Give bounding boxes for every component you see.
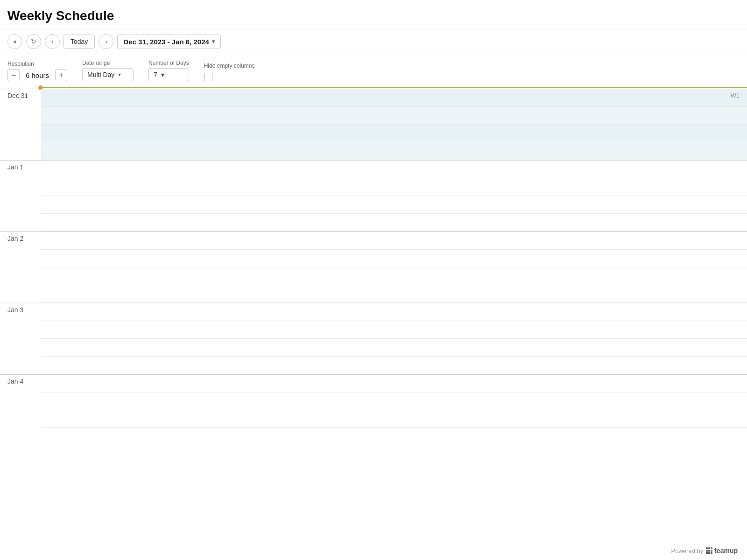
num-days-dropdown[interactable]: 7 ▾ (148, 68, 189, 81)
page-title: Weekly Schedule (7, 8, 740, 23)
time-slot[interactable] (41, 161, 747, 178)
controls-bar: Resolution − 6 hours + Date range Multi … (0, 54, 747, 87)
date-range-label: Date range (82, 60, 134, 66)
next-button[interactable]: › (99, 34, 113, 49)
time-slot[interactable] (41, 250, 747, 267)
time-slot[interactable] (41, 232, 747, 250)
week-label-w1: W1 (731, 92, 740, 99)
chevron-down-icon: ▾ (118, 71, 121, 78)
day-label-jan4: Jan 4 (7, 378, 23, 385)
time-slot[interactable] (41, 142, 747, 160)
day-label-dec31: Dec 31 (7, 92, 28, 99)
time-slot[interactable] (41, 125, 747, 142)
day-row-dec31: Dec 31 W1 (0, 89, 747, 160)
brand-name: teamup (714, 547, 738, 554)
time-slot[interactable] (41, 339, 747, 357)
refresh-icon: ↻ (31, 38, 36, 45)
day-row-jan4: Jan 4 (0, 374, 747, 428)
resolution-group: Resolution − 6 hours + (7, 61, 67, 81)
time-slot[interactable] (41, 107, 747, 125)
time-slot[interactable] (41, 375, 747, 392)
time-slot[interactable] (41, 178, 747, 196)
teamup-logo: teamup (706, 547, 738, 554)
day-label-jan1: Jan 1 (7, 163, 23, 171)
current-time-line (41, 87, 747, 88)
day-slots-jan3 (41, 303, 747, 374)
chevron-right-icon: › (105, 38, 107, 45)
hide-empty-label: Hide empty columns (204, 63, 255, 69)
chevron-down-icon: ▾ (161, 71, 164, 78)
time-slot[interactable] (41, 303, 747, 321)
day-row-jan1: Jan 1 (0, 160, 747, 231)
day-slots-dec31 (41, 89, 747, 160)
footer: Powered by teamup (671, 547, 738, 554)
time-slot[interactable] (41, 196, 747, 214)
time-slot[interactable] (41, 357, 747, 374)
date-range-value: Multi Day (87, 71, 114, 78)
chevron-left-icon: ‹ (51, 38, 54, 45)
prev-button[interactable]: ‹ (45, 34, 60, 49)
hide-empty-checkbox-wrapper (204, 73, 255, 81)
resolution-increase-button[interactable]: + (55, 69, 67, 81)
num-days-group: Number of Days 7 ▾ (148, 60, 189, 81)
date-range-dropdown[interactable]: Multi Day ▾ (82, 68, 134, 81)
resolution-value: 6 hours (23, 71, 51, 79)
day-row-jan2: Jan 2 (0, 231, 747, 303)
page-header: Weekly Schedule (0, 0, 747, 29)
time-slot[interactable] (41, 214, 747, 231)
logo-grid-icon (706, 547, 712, 554)
date-range-text: Dec 31, 2023 - Jan 6, 2024 (123, 38, 209, 46)
day-slots-jan4 (41, 375, 747, 428)
resolution-label: Resolution (7, 61, 67, 67)
time-slot[interactable] (41, 410, 747, 428)
num-days-value: 7 (154, 71, 157, 78)
resolution-control: − 6 hours + (7, 69, 67, 81)
day-label-jan3: Jan 3 (7, 306, 23, 314)
hide-empty-group: Hide empty columns (204, 63, 255, 81)
date-range-group: Date range Multi Day ▾ (82, 60, 134, 81)
day-row-jan3: Jan 3 (0, 303, 747, 374)
hide-empty-checkbox[interactable] (204, 73, 212, 81)
time-slot[interactable] (41, 267, 747, 285)
schedule-grid: Dec 31 W1 Jan 1 Jan 2 Jan 3 (0, 87, 747, 428)
time-slot[interactable] (41, 392, 747, 410)
num-days-label: Number of Days (148, 60, 189, 66)
day-label-jan2: Jan 2 (7, 235, 23, 242)
powered-by-text: Powered by (671, 547, 704, 554)
chevron-down-icon: ▾ (212, 38, 215, 45)
date-range-picker[interactable]: Dec 31, 2023 - Jan 6, 2024 ▾ (117, 35, 220, 49)
day-slots-jan1 (41, 161, 747, 231)
today-button[interactable]: Today (63, 35, 95, 49)
toolbar: » ↻ ‹ Today › Dec 31, 2023 - Jan 6, 2024… (0, 29, 747, 54)
time-slot[interactable] (41, 285, 747, 303)
time-slot[interactable] (41, 321, 747, 339)
resolution-decrease-button[interactable]: − (7, 69, 20, 81)
double-prev-button[interactable]: » (7, 34, 22, 49)
day-slots-jan2 (41, 232, 747, 303)
refresh-button[interactable]: ↻ (26, 34, 41, 49)
time-slot[interactable] (41, 89, 747, 107)
